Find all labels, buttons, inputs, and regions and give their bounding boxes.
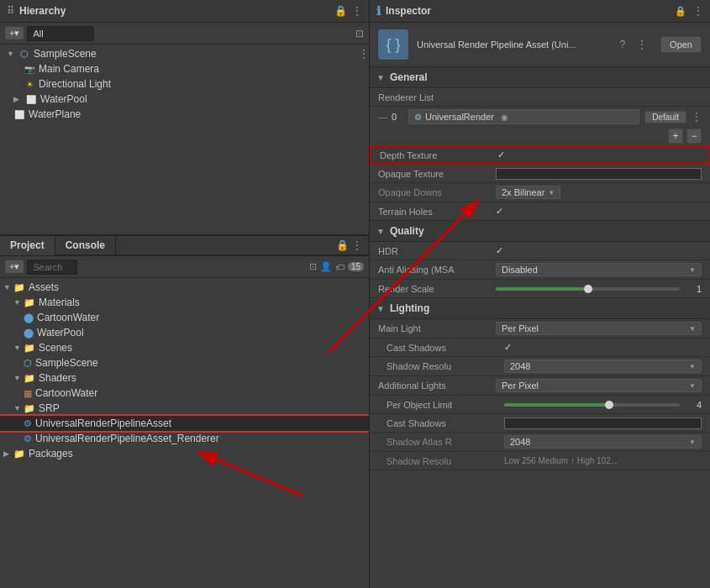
project-filter-icon[interactable]: ⊡ <box>309 261 317 272</box>
renderer-item[interactable]: ⚙ UniversalRender ◉ <box>408 109 639 124</box>
depth-texture-checkbox[interactable] <box>497 150 700 160</box>
file-item-materials[interactable]: ▼ 📁 Materials <box>0 295 369 310</box>
hierarchy-item-waterplane[interactable]: ⬜ WaterPlane <box>0 107 369 122</box>
main-light-dropdown[interactable]: Per Pixel ▼ <box>496 322 702 335</box>
samplescene-file-icon: ⬡ <box>24 358 32 369</box>
hdr-checkbox[interactable] <box>496 245 702 256</box>
additional-lights-dropdown[interactable]: Per Pixel ▼ <box>496 379 702 392</box>
render-scale-thumb[interactable] <box>584 285 592 293</box>
renderer-list-label: Renderer List <box>378 92 496 102</box>
inspector-lock-icon[interactable]: 🔒 <box>675 6 686 17</box>
packages-folder-icon: 📁 <box>13 449 25 459</box>
additional-lights-value: Per Pixel <box>502 381 686 391</box>
hierarchy-more-icon[interactable]: ⋮ <box>352 5 362 17</box>
urp-icon: { } <box>386 36 400 54</box>
scene-item-samplescene[interactable]: ▼ ⬡ SampleScene ⋮ <box>0 46 369 61</box>
shadow-resolu-row: Shadow Resolu 2048 ▼ <box>370 357 710 376</box>
file-item-cartoonwater-mat[interactable]: ⬤ CartoonWater <box>0 310 369 325</box>
hierarchy-options-icon[interactable]: ⊡ <box>355 28 364 39</box>
render-scale-slider[interactable]: 1 <box>496 284 702 294</box>
scene-more-icon[interactable]: ⋮ <box>359 48 369 60</box>
project-lock-icon[interactable]: 🔒 <box>336 239 349 251</box>
remove-renderer-button[interactable]: − <box>686 129 702 144</box>
hierarchy-item-waterpool[interactable]: ▶ ⬜ WaterPool <box>0 92 369 107</box>
hierarchy-lock-icon[interactable]: 🔒 <box>334 5 347 17</box>
project-more-icon[interactable]: ⋮ <box>352 239 362 251</box>
section-lighting[interactable]: ▼ Lighting <box>370 298 710 319</box>
renderer-options-icon[interactable]: ⋮ <box>692 111 702 123</box>
file-item-samplescene[interactable]: ⬡ SampleScene <box>0 355 369 370</box>
main-light-row: Main Light Per Pixel ▼ <box>370 319 710 339</box>
scene-label: SampleScene <box>34 48 97 60</box>
urpa-icon: ⚙ <box>24 418 32 429</box>
per-object-limit-track <box>504 403 680 407</box>
shadow-atlas-dropdown[interactable]: 2048 ▼ <box>504 435 702 449</box>
urpa-renderer-icon: ⚙ <box>24 433 32 444</box>
project-file-tree: ▼ 📁 Assets ▼ 📁 Materials ⬤ CartoonWater <box>0 278 369 588</box>
inspector-header: ℹ Inspector 🔒 ⋮ <box>370 0 710 23</box>
renderer-item-icon: ⚙ <box>414 113 422 122</box>
hierarchy-tree: ▼ ⬡ SampleScene ⋮ 📷 Main Camera ☀ Direct… <box>0 45 369 234</box>
file-item-urpa[interactable]: ⚙ UniversalRenderPipelineAsset <box>0 416 369 431</box>
anti-aliasing-dropdown[interactable]: Disabled ▼ <box>496 263 702 276</box>
per-object-limit-fill <box>504 403 609 407</box>
file-item-srp[interactable]: ▼ 📁 SRP <box>0 401 369 416</box>
shadow-resolu-dropdown[interactable]: 2048 ▼ <box>504 360 702 373</box>
project-badge: 15 <box>348 262 364 271</box>
renderer-item-name: UniversalRender <box>425 112 494 122</box>
waterpool-mat-label: WaterPool <box>37 327 84 339</box>
hierarchy-add-button[interactable]: +▾ <box>5 27 24 39</box>
camera-icon: 📷 <box>24 63 35 75</box>
renderer-dash: — <box>378 112 387 122</box>
opaque-downs-dropdown[interactable]: 2x Bilinear ▼ <box>496 186 560 199</box>
urpa-renderer-label: UniversalRenderPipelineAsset_Renderer <box>35 433 219 444</box>
project-add-button[interactable]: +▾ <box>5 260 24 273</box>
shaders-label: Shaders <box>39 372 76 384</box>
per-object-limit-thumb[interactable] <box>605 401 613 409</box>
file-item-cartoonwater-shader[interactable]: ▦ CartoonWater <box>0 386 369 401</box>
inspector-more-icon[interactable]: ⋮ <box>693 5 703 17</box>
file-item-urpa-renderer[interactable]: ⚙ UniversalRenderPipelineAsset_Renderer <box>0 431 369 446</box>
per-object-limit-slider[interactable]: 4 <box>504 400 702 410</box>
inspector-info-icon: ℹ <box>376 4 381 18</box>
project-tag-icon[interactable]: 🏷 <box>335 262 344 272</box>
file-item-waterpool-mat[interactable]: ⬤ WaterPool <box>0 325 369 340</box>
file-item-scenes[interactable]: ▼ 📁 Scenes <box>0 340 369 355</box>
opaque-texture-label: Opaque Texture <box>378 169 496 179</box>
file-item-assets[interactable]: ▼ 📁 Assets <box>0 280 369 295</box>
hdr-row: HDR <box>370 242 710 260</box>
section-quality[interactable]: ▼ Quality <box>370 221 710 242</box>
hierarchy-item-maincamera[interactable]: 📷 Main Camera <box>0 61 369 76</box>
main-light-arrow: ▼ <box>689 325 696 333</box>
hierarchy-search-input[interactable] <box>27 26 94 41</box>
tab-console[interactable]: Console <box>55 236 116 255</box>
project-search-input[interactable] <box>27 260 77 275</box>
cast-shadows-main-checkbox[interactable] <box>504 342 702 353</box>
hierarchy-title: Hierarchy <box>19 5 66 17</box>
help-icon[interactable]: ? <box>619 39 625 50</box>
file-item-shaders[interactable]: ▼ 📁 Shaders <box>0 370 369 386</box>
tab-project[interactable]: Project <box>0 236 55 255</box>
packages-label: Packages <box>29 448 73 459</box>
scenes-label: Scenes <box>39 342 72 354</box>
materials-label: Materials <box>39 297 80 308</box>
per-object-limit-label: Per Object Limit <box>387 400 504 410</box>
scenes-arrow: ▼ <box>13 344 24 352</box>
cast-shadows-2-checkbox[interactable] <box>504 417 702 429</box>
project-person-icon[interactable]: 👤 <box>320 261 332 272</box>
hierarchy-toolbar: +▾ ⊡ <box>0 23 369 45</box>
open-button[interactable]: Open <box>660 36 702 53</box>
asset-more-icon[interactable]: ⋮ <box>637 39 647 50</box>
opaque-texture-checkbox[interactable] <box>496 168 702 180</box>
assets-label: Assets <box>29 281 59 293</box>
mat-icon-2: ⬤ <box>24 328 34 339</box>
main-light-value: Per Pixel <box>502 323 686 333</box>
anti-aliasing-label: Anti Aliasing (MSA <box>378 265 496 275</box>
terrain-holes-checkbox[interactable] <box>496 206 702 217</box>
scenes-folder-icon: 📁 <box>24 343 35 354</box>
section-general[interactable]: ▼ General <box>370 67 710 88</box>
asset-title-text: Universal Render Pipeline Asset (Uni... <box>417 39 611 50</box>
add-renderer-button[interactable]: + <box>668 129 683 144</box>
general-title: General <box>390 71 428 83</box>
file-item-packages[interactable]: ▶ 📁 Packages <box>0 446 369 461</box>
